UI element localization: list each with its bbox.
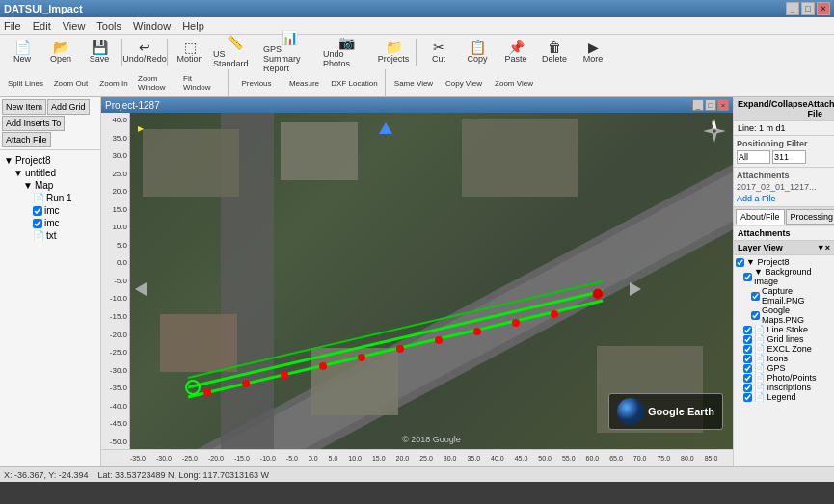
undoredo-icon: ↩ [139, 40, 150, 54]
paste-btn[interactable]: 📌 Paste [498, 37, 534, 67]
layer-gmaps-check[interactable] [751, 311, 760, 320]
layer-line-stoke[interactable]: 📄 Line Stoke [743, 325, 832, 334]
zoomin-btn[interactable]: Zoom In [94, 71, 133, 94]
y-label-15: 15.0 [103, 205, 127, 214]
x-label: 20.0 [396, 455, 410, 462]
layer-bg-check[interactable] [743, 273, 752, 281]
menu-file[interactable]: File [4, 20, 21, 32]
y-label-40: 40.0 [103, 116, 127, 124]
layer-grid-lines[interactable]: 📄 Grid lines [743, 334, 832, 344]
usstandard-icon: 📏 [227, 36, 243, 49]
layer-excl-zone[interactable]: 📄 EXCL Zone [743, 344, 832, 354]
layer-icons-check[interactable] [743, 355, 752, 363]
add-file-link[interactable]: Add a File [737, 194, 831, 203]
usstandard-btn[interactable]: 📏 US Standard [210, 37, 258, 67]
undophotos-btn[interactable]: 📷 Undo Photos [320, 37, 373, 67]
map-minimize-btn[interactable]: _ [692, 99, 704, 111]
copyview-btn[interactable]: Copy View [440, 71, 488, 94]
tree-imc2[interactable]: imc [33, 217, 96, 229]
layer-gps[interactable]: 📄 GPS [743, 363, 832, 373]
tab-about-file[interactable]: About/File [736, 209, 785, 225]
tree-untitled[interactable]: ▼ untitled [13, 167, 96, 179]
tree-txt[interactable]: 📄 txt [33, 229, 96, 242]
layer-grid-check[interactable] [743, 335, 752, 344]
layer-capture-check[interactable] [751, 292, 760, 301]
map-maximize-btn[interactable]: □ [705, 99, 716, 111]
layer-google-maps[interactable]: Google Maps.PNG [751, 305, 832, 325]
menu-edit[interactable]: Edit [33, 20, 51, 32]
attachment-file[interactable]: 2017_02_01_1217... [737, 182, 831, 192]
positioning-filter-field1[interactable] [737, 150, 770, 164]
layer-project8-check[interactable] [736, 258, 744, 267]
gpssummary-btn[interactable]: 📊 GPS Summary Report [260, 37, 318, 67]
layer-legend-check[interactable] [743, 393, 752, 402]
x-label: -5.0 [286, 455, 298, 462]
layer-icons[interactable]: 📄 Icons [743, 354, 832, 363]
projects-btn[interactable]: 📁 Projects [375, 37, 412, 67]
maximize-btn[interactable]: □ [801, 2, 815, 15]
layer-project8[interactable]: ▼ Project8 [736, 257, 832, 267]
tree-imc1-check[interactable] [33, 206, 42, 216]
map-close-btn[interactable]: × [717, 99, 729, 111]
measure-btn[interactable]: Measure [282, 71, 326, 94]
layer-bg-image[interactable]: ▼ Background Image [743, 267, 832, 286]
left-panel: New Item Add Grid Add Inserts To Attach … [0, 97, 101, 466]
menu-window[interactable]: Window [133, 20, 171, 32]
layer-capture-email[interactable]: Capture Email.PNG [751, 286, 832, 305]
attach-file-btn[interactable]: Attach File [2, 132, 51, 147]
layer-inscriptions[interactable]: 📄 Inscriptions [743, 383, 832, 392]
layer-photo-points[interactable]: 📄 Photo/Points [743, 373, 832, 383]
layer-inscriptions-check[interactable] [743, 384, 752, 392]
x-label: 30.0 [444, 455, 457, 462]
tab-processing[interactable]: Processing [786, 209, 834, 225]
previous-btn[interactable]: Previous [232, 71, 281, 94]
attach-file-header-btn[interactable]: Attach File [808, 99, 834, 119]
tree-imc1[interactable]: imc [33, 204, 96, 217]
new-btn[interactable]: 📄 New [4, 37, 40, 67]
zoomview-btn[interactable]: Zoom View [490, 71, 538, 94]
motion-btn[interactable]: ⬚ Motion [172, 37, 208, 67]
layer-excl-check[interactable] [743, 345, 752, 354]
ge-globe-icon [617, 398, 644, 425]
cut-btn[interactable]: ✂ Cut [420, 37, 457, 67]
delete-btn[interactable]: 🗑 Delete [536, 37, 573, 67]
fitwindow-btn[interactable]: Fit Window [180, 71, 224, 94]
tree-project[interactable]: ▼ Project8 [4, 154, 96, 167]
more-btn[interactable]: ▶ More [575, 37, 611, 67]
open-btn[interactable]: 📂 Open [42, 37, 79, 67]
layer-linestoke-check[interactable] [743, 326, 752, 334]
map-container: Project-1287 _ □ × 40.0 35.0 30.0 25.0 2… [101, 97, 733, 466]
layer-legend[interactable]: 📄 Legend [743, 392, 832, 402]
right-panel: Expand/Collapse Attach File Delete File … [733, 97, 834, 466]
satellite-view[interactable]: ✛ ▸ N Google Ear [130, 113, 733, 449]
expand-collapse-btn[interactable]: Expand/Collapse [738, 99, 808, 119]
positioning-filter-field2[interactable] [772, 150, 806, 164]
layer-gps-check[interactable] [743, 364, 752, 373]
undoredo-btn[interactable]: ↩ Undo/Redo [126, 37, 163, 67]
left-panel-toolbar: New Item Add Grid Add Inserts To Attach … [0, 97, 100, 150]
menu-help[interactable]: Help [182, 20, 204, 32]
zoomwindow-btn[interactable]: Zoom Window [135, 71, 178, 94]
x-label: 55.0 [562, 455, 576, 462]
dxflocation-btn[interactable]: DXF Location [328, 71, 381, 94]
menu-tools[interactable]: Tools [96, 20, 121, 32]
sameview-btn[interactable]: Same View [390, 71, 438, 94]
layer-photo-check[interactable] [743, 374, 752, 383]
save-btn[interactable]: 💾 Save [81, 37, 118, 67]
add-inserts-btn[interactable]: Add Inserts To [2, 116, 65, 131]
minimize-btn[interactable]: _ [786, 2, 799, 15]
copy-btn[interactable]: 📋 Copy [459, 37, 496, 67]
tree-imc2-check[interactable] [33, 219, 42, 228]
close-btn[interactable]: × [817, 2, 830, 15]
add-grid-btn[interactable]: Add Grid [47, 99, 90, 115]
x-label: 40.0 [491, 455, 504, 462]
x-label: -20.0 [208, 455, 224, 462]
line-section: Line: 1 m d1 [734, 121, 834, 136]
new-item-btn[interactable]: New Item [2, 99, 46, 115]
tree-run1[interactable]: 📄 Run 1 [33, 192, 96, 204]
menu-view[interactable]: View [63, 20, 86, 32]
zoomout-btn[interactable]: Zoom Out [49, 71, 93, 94]
layer-view-controls[interactable]: ▼× [817, 243, 830, 252]
tree-map[interactable]: ▼ Map [23, 179, 96, 192]
splitlines-btn[interactable]: Split Lines [4, 71, 47, 94]
